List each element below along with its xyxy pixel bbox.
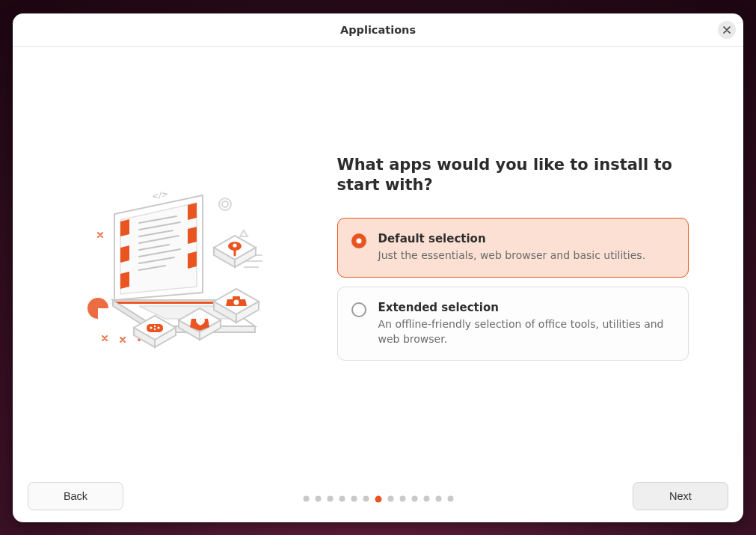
back-button[interactable]: Back bbox=[28, 482, 123, 510]
option-extended-selection[interactable]: Extended selection An offline-friendly s… bbox=[337, 287, 689, 361]
options-pane: What apps would you like to install to s… bbox=[337, 155, 689, 370]
svg-point-4 bbox=[222, 201, 228, 207]
radio-icon bbox=[351, 302, 366, 317]
pager-dot bbox=[387, 496, 393, 502]
pager-dot bbox=[351, 496, 357, 502]
pager-dot bbox=[303, 496, 309, 502]
option-title: Default selection bbox=[378, 232, 673, 245]
pager-dot bbox=[375, 496, 381, 503]
pager-dot bbox=[363, 496, 369, 502]
svg-point-49 bbox=[153, 325, 155, 326]
next-button[interactable]: Next bbox=[633, 482, 728, 510]
pager-dot bbox=[435, 496, 441, 502]
svg-marker-17 bbox=[188, 227, 197, 244]
pager-dot bbox=[339, 496, 345, 502]
svg-point-32 bbox=[233, 243, 236, 247]
option-description: Just the essentials, web browser and bas… bbox=[378, 248, 673, 263]
titlebar: Applications bbox=[13, 13, 743, 47]
heading: What apps would you like to install to s… bbox=[337, 155, 689, 196]
svg-marker-16 bbox=[188, 203, 197, 220]
svg-marker-13 bbox=[120, 219, 129, 236]
svg-rect-38 bbox=[233, 296, 240, 299]
option-default-selection[interactable]: Default selection Just the essentials, w… bbox=[337, 218, 689, 278]
svg-marker-15 bbox=[120, 272, 129, 289]
option-description: An offline-friendly selection of office … bbox=[378, 317, 673, 346]
footer: Back Next bbox=[13, 477, 743, 522]
pager-dot bbox=[315, 496, 321, 502]
pager-dot bbox=[327, 496, 333, 502]
svg-rect-46 bbox=[147, 324, 163, 332]
svg-marker-14 bbox=[120, 245, 129, 263]
svg-point-50 bbox=[153, 328, 155, 329]
option-title: Extended selection bbox=[378, 301, 673, 314]
pager-dot bbox=[423, 496, 429, 502]
step-pager bbox=[303, 496, 453, 503]
svg-point-48 bbox=[157, 326, 159, 328]
content-area: </> bbox=[13, 47, 743, 477]
installer-window: Applications bbox=[13, 13, 743, 522]
radio-icon bbox=[351, 233, 366, 248]
svg-marker-18 bbox=[188, 251, 197, 269]
svg-point-3 bbox=[219, 198, 231, 210]
pager-dot bbox=[447, 496, 453, 502]
pager-dot bbox=[399, 496, 405, 502]
close-icon bbox=[723, 26, 731, 34]
pager-dot bbox=[411, 496, 417, 502]
svg-text:</>: </> bbox=[152, 189, 168, 201]
page-title: Applications bbox=[340, 24, 416, 36]
svg-marker-10 bbox=[115, 302, 220, 304]
close-button[interactable] bbox=[718, 21, 736, 39]
svg-point-37 bbox=[233, 299, 239, 305]
laptop-apps-illustration: </> bbox=[68, 150, 292, 375]
svg-point-47 bbox=[150, 326, 152, 328]
